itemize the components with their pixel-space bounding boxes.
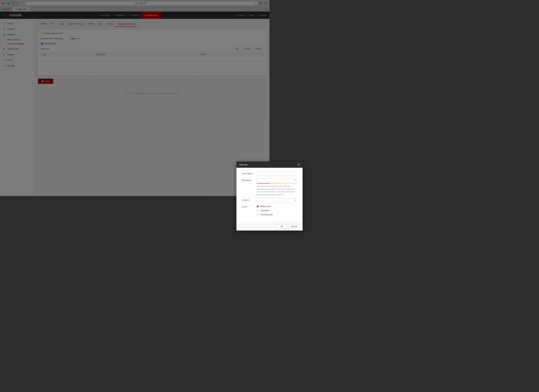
password-label: Password: [242, 178, 255, 182]
username-input[interactable]: [257, 172, 270, 176]
add-user-modal: Add user ✕ User Name Password 👁: [236, 162, 270, 196]
username-row: User Name: [242, 172, 270, 176]
password-field-wrap: 👁: [257, 178, 270, 183]
strength-bar-1: [257, 183, 270, 184]
username-label: User Name: [242, 172, 255, 175]
modal-body: User Name Password 👁: [236, 168, 270, 196]
password-strength: [257, 183, 270, 184]
username-input-wrap: [257, 172, 270, 176]
password-hint: Valid password range [8-16]. You can use…: [257, 185, 270, 196]
password-input[interactable]: [257, 178, 270, 183]
modal-title: Add user: [239, 163, 248, 166]
password-input-wrap: 👁 Valid password range [8-16]. You can u…: [257, 178, 270, 196]
modal-header: Add user ✕: [236, 162, 270, 168]
modal-overlay: Add user ✕ User Name Password 👁: [0, 0, 270, 196]
password-row: Password 👁 Valid password range [8-16]. …: [242, 178, 270, 196]
